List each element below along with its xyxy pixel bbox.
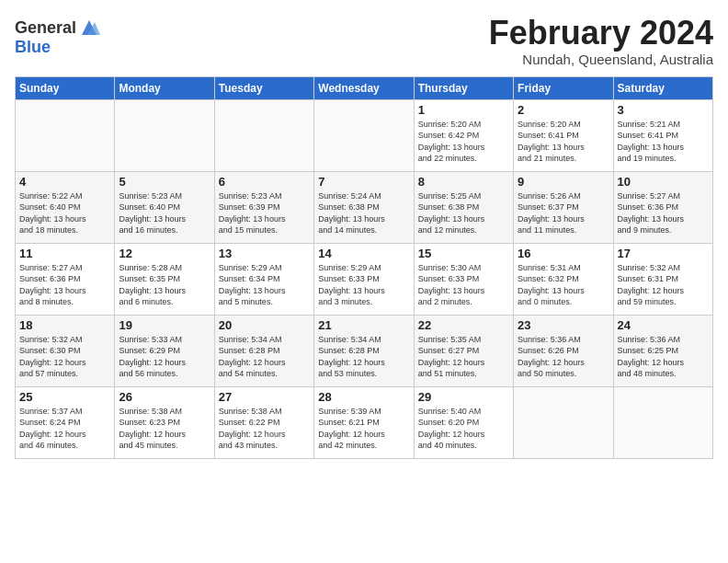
day-number: 17 (618, 247, 709, 260)
day-info: Sunrise: 5:32 AM Sunset: 6:31 PM Dayligh… (618, 262, 709, 308)
day-number: 25 (19, 390, 110, 404)
cell-w5-d5: 29Sunrise: 5:40 AM Sunset: 6:20 PM Dayli… (414, 386, 513, 458)
subtitle: Nundah, Queensland, Australia (489, 52, 713, 67)
day-info: Sunrise: 5:23 AM Sunset: 6:40 PM Dayligh… (119, 190, 210, 236)
cell-w2-d2: 5Sunrise: 5:23 AM Sunset: 6:40 PM Daylig… (115, 171, 214, 243)
cell-w1-d6: 2Sunrise: 5:20 AM Sunset: 6:41 PM Daylig… (514, 99, 613, 171)
header-sunday: Sunday (16, 76, 115, 99)
day-number: 14 (318, 247, 409, 260)
day-info: Sunrise: 5:37 AM Sunset: 6:24 PM Dayligh… (19, 406, 110, 452)
cell-w1-d1 (16, 99, 115, 171)
day-number: 13 (219, 247, 310, 260)
day-info: Sunrise: 5:40 AM Sunset: 6:20 PM Dayligh… (418, 406, 509, 452)
cell-w4-d6: 23Sunrise: 5:36 AM Sunset: 6:26 PM Dayli… (514, 315, 613, 386)
day-number: 22 (418, 318, 509, 332)
logo-icon (78, 18, 100, 37)
cell-w2-d1: 4Sunrise: 5:22 AM Sunset: 6:40 PM Daylig… (16, 171, 115, 243)
day-number: 24 (618, 318, 709, 332)
calendar-table: Sunday Monday Tuesday Wednesday Thursday… (15, 76, 713, 459)
month-title: February 2024 (489, 15, 713, 52)
cell-w1-d5: 1Sunrise: 5:20 AM Sunset: 6:42 PM Daylig… (414, 99, 513, 171)
day-info: Sunrise: 5:34 AM Sunset: 6:28 PM Dayligh… (318, 334, 409, 380)
cell-w5-d6 (514, 386, 613, 458)
title-area: February 2024 Nundah, Queensland, Austra… (489, 15, 713, 67)
day-number: 10 (618, 175, 709, 189)
day-info: Sunrise: 5:26 AM Sunset: 6:37 PM Dayligh… (518, 190, 609, 236)
day-info: Sunrise: 5:38 AM Sunset: 6:23 PM Dayligh… (119, 406, 210, 452)
day-info: Sunrise: 5:33 AM Sunset: 6:29 PM Dayligh… (119, 334, 210, 380)
week-row-3: 11Sunrise: 5:27 AM Sunset: 6:36 PM Dayli… (16, 243, 713, 315)
day-number: 6 (219, 175, 310, 189)
day-number: 11 (19, 247, 110, 260)
day-info: Sunrise: 5:27 AM Sunset: 6:36 PM Dayligh… (19, 262, 110, 308)
cell-w1-d7: 3Sunrise: 5:21 AM Sunset: 6:41 PM Daylig… (613, 99, 712, 171)
day-number: 4 (19, 175, 110, 189)
day-info: Sunrise: 5:22 AM Sunset: 6:40 PM Dayligh… (19, 190, 110, 236)
week-row-5: 25Sunrise: 5:37 AM Sunset: 6:24 PM Dayli… (16, 386, 713, 458)
day-info: Sunrise: 5:32 AM Sunset: 6:30 PM Dayligh… (19, 334, 110, 380)
header-tuesday: Tuesday (214, 76, 313, 99)
cell-w2-d7: 10Sunrise: 5:27 AM Sunset: 6:36 PM Dayli… (613, 171, 712, 243)
cell-w4-d3: 20Sunrise: 5:34 AM Sunset: 6:28 PM Dayli… (214, 315, 313, 386)
week-row-4: 18Sunrise: 5:32 AM Sunset: 6:30 PM Dayli… (16, 315, 713, 386)
day-info: Sunrise: 5:23 AM Sunset: 6:39 PM Dayligh… (219, 190, 310, 236)
header-row: Sunday Monday Tuesday Wednesday Thursday… (16, 76, 713, 99)
header-saturday: Saturday (613, 76, 712, 99)
day-number: 1 (418, 103, 509, 117)
cell-w2-d5: 8Sunrise: 5:25 AM Sunset: 6:38 PM Daylig… (414, 171, 513, 243)
cell-w1-d4 (314, 99, 414, 171)
logo-blue: Blue (15, 38, 51, 56)
cell-w3-d7: 17Sunrise: 5:32 AM Sunset: 6:31 PM Dayli… (613, 243, 712, 315)
logo-text-block: General Blue (15, 18, 100, 57)
day-number: 8 (418, 175, 509, 189)
cell-w1-d3 (214, 99, 313, 171)
day-info: Sunrise: 5:30 AM Sunset: 6:33 PM Dayligh… (418, 262, 509, 308)
day-number: 27 (219, 390, 310, 404)
day-info: Sunrise: 5:21 AM Sunset: 6:41 PM Dayligh… (618, 119, 709, 165)
day-number: 2 (518, 103, 609, 117)
cell-w3-d3: 13Sunrise: 5:29 AM Sunset: 6:34 PM Dayli… (214, 243, 313, 315)
day-info: Sunrise: 5:24 AM Sunset: 6:38 PM Dayligh… (318, 190, 409, 236)
day-number: 15 (418, 247, 509, 260)
day-number: 21 (318, 318, 409, 332)
day-number: 5 (119, 175, 210, 189)
day-info: Sunrise: 5:27 AM Sunset: 6:36 PM Dayligh… (618, 190, 709, 236)
day-info: Sunrise: 5:39 AM Sunset: 6:21 PM Dayligh… (318, 406, 409, 452)
day-info: Sunrise: 5:36 AM Sunset: 6:26 PM Dayligh… (518, 334, 609, 380)
day-info: Sunrise: 5:36 AM Sunset: 6:25 PM Dayligh… (618, 334, 709, 380)
cell-w5-d3: 27Sunrise: 5:38 AM Sunset: 6:22 PM Dayli… (214, 386, 313, 458)
day-info: Sunrise: 5:28 AM Sunset: 6:35 PM Dayligh… (119, 262, 210, 308)
cell-w5-d7 (613, 386, 712, 458)
day-info: Sunrise: 5:25 AM Sunset: 6:38 PM Dayligh… (418, 190, 509, 236)
day-number: 3 (618, 103, 709, 117)
week-row-1: 1Sunrise: 5:20 AM Sunset: 6:42 PM Daylig… (16, 99, 713, 171)
cell-w3-d5: 15Sunrise: 5:30 AM Sunset: 6:33 PM Dayli… (414, 243, 513, 315)
cell-w5-d2: 26Sunrise: 5:38 AM Sunset: 6:23 PM Dayli… (115, 386, 214, 458)
header-area: General Blue February 2024 Nundah, Queen… (15, 15, 713, 67)
cell-w4-d1: 18Sunrise: 5:32 AM Sunset: 6:30 PM Dayli… (16, 315, 115, 386)
cell-w4-d4: 21Sunrise: 5:34 AM Sunset: 6:28 PM Dayli… (314, 315, 414, 386)
day-number: 28 (318, 390, 409, 404)
cell-w3-d6: 16Sunrise: 5:31 AM Sunset: 6:32 PM Dayli… (514, 243, 613, 315)
day-info: Sunrise: 5:31 AM Sunset: 6:32 PM Dayligh… (518, 262, 609, 308)
day-number: 29 (418, 390, 509, 404)
day-number: 20 (219, 318, 310, 332)
cell-w3-d2: 12Sunrise: 5:28 AM Sunset: 6:35 PM Dayli… (115, 243, 214, 315)
cell-w4-d2: 19Sunrise: 5:33 AM Sunset: 6:29 PM Dayli… (115, 315, 214, 386)
header-wednesday: Wednesday (314, 76, 414, 99)
day-info: Sunrise: 5:38 AM Sunset: 6:22 PM Dayligh… (219, 406, 310, 452)
header-thursday: Thursday (414, 76, 513, 99)
logo-general: General (15, 18, 76, 38)
logo: General Blue (15, 18, 100, 57)
day-info: Sunrise: 5:35 AM Sunset: 6:27 PM Dayligh… (418, 334, 509, 380)
day-info: Sunrise: 5:20 AM Sunset: 6:41 PM Dayligh… (518, 119, 609, 165)
header-monday: Monday (115, 76, 214, 99)
header-friday: Friday (514, 76, 613, 99)
cell-w3-d4: 14Sunrise: 5:29 AM Sunset: 6:33 PM Dayli… (314, 243, 414, 315)
day-number: 18 (19, 318, 110, 332)
cell-w5-d4: 28Sunrise: 5:39 AM Sunset: 6:21 PM Dayli… (314, 386, 414, 458)
day-info: Sunrise: 5:34 AM Sunset: 6:28 PM Dayligh… (219, 334, 310, 380)
cell-w2-d3: 6Sunrise: 5:23 AM Sunset: 6:39 PM Daylig… (214, 171, 313, 243)
day-info: Sunrise: 5:29 AM Sunset: 6:34 PM Dayligh… (219, 262, 310, 308)
day-number: 19 (119, 318, 210, 332)
